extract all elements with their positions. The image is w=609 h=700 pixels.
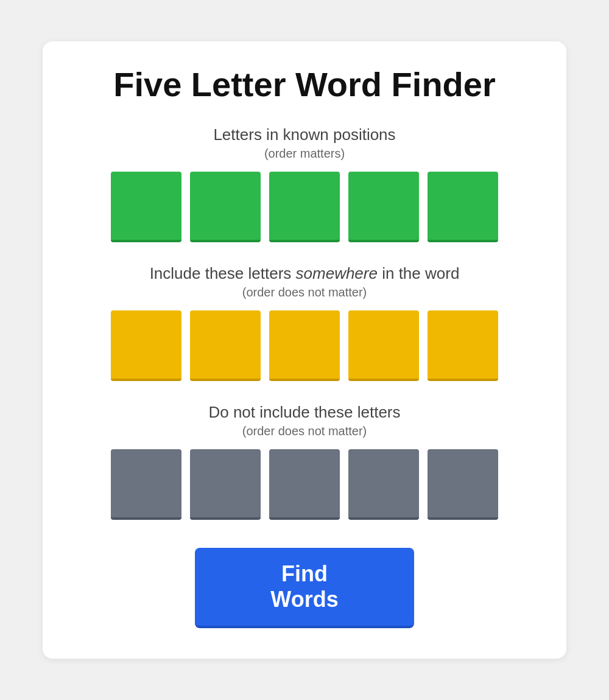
somewhere-tile-2[interactable] <box>190 310 261 381</box>
known-tile-1[interactable] <box>111 172 181 242</box>
section-known-subtitle: (order matters) <box>264 147 345 161</box>
section-known-title: Letters in known positions <box>213 125 395 144</box>
exclude-tile-2[interactable] <box>190 449 261 520</box>
somewhere-tile-4[interactable] <box>348 310 419 381</box>
exclude-tile-4[interactable] <box>348 449 419 520</box>
somewhere-tile-3[interactable] <box>269 310 340 381</box>
section-somewhere-title-prefix: Include these letters <box>150 264 296 282</box>
section-somewhere-title-italic: somewhere <box>296 264 378 282</box>
exclude-tile-1[interactable] <box>111 449 181 520</box>
section-exclude-subtitle: (order does not matter) <box>242 424 367 438</box>
main-card: Five Letter Word Finder Letters in known… <box>43 41 566 659</box>
section-somewhere: Include these letters somewhere in the w… <box>79 264 530 381</box>
section-somewhere-subtitle: (order does not matter) <box>242 285 367 299</box>
section-known-positions: Letters in known positions (order matter… <box>79 125 530 242</box>
known-tiles-row <box>111 172 498 242</box>
exclude-tile-3[interactable] <box>269 449 340 520</box>
known-tile-3[interactable] <box>269 172 340 242</box>
somewhere-tile-5[interactable] <box>428 310 498 381</box>
known-tile-5[interactable] <box>428 172 498 242</box>
exclude-tile-5[interactable] <box>428 449 498 520</box>
find-words-button[interactable]: Find Words <box>195 548 414 628</box>
known-tile-2[interactable] <box>190 172 261 242</box>
somewhere-tile-1[interactable] <box>111 310 181 381</box>
exclude-tiles-row <box>111 449 498 520</box>
section-somewhere-title-suffix: in the word <box>378 264 459 282</box>
somewhere-tiles-row <box>111 310 498 381</box>
page-title: Five Letter Word Finder <box>113 66 495 103</box>
section-exclude-title: Do not include these letters <box>208 403 400 422</box>
section-exclude: Do not include these letters (order does… <box>79 403 530 520</box>
known-tile-4[interactable] <box>348 172 419 242</box>
section-somewhere-title: Include these letters somewhere in the w… <box>150 264 460 283</box>
